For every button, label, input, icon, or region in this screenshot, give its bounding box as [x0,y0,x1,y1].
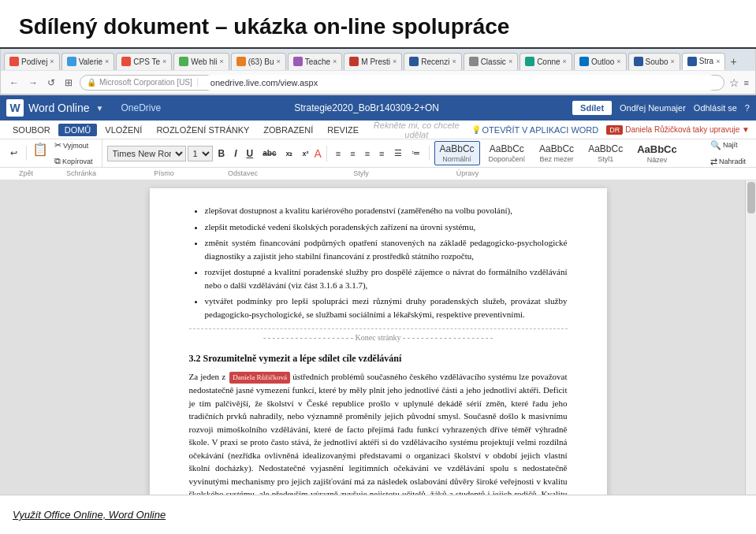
align-justify-button[interactable]: ≡ [375,146,388,161]
tab-cps[interactable]: CPS Te × [116,53,172,70]
cut-copy-group: ✂ Vyjmout ⧉ Kopírovat [50,139,97,168]
style-bez-mezer[interactable]: AaBbCc Bez mezer [534,141,579,165]
paste-icon: 📋 [32,142,48,157]
tab-close-icon[interactable]: × [563,57,567,65]
find-button[interactable]: 🔍 Najít [706,139,750,153]
align-left-button[interactable]: ≡ [332,146,344,161]
bottom-bar: Využít Office Online, Word Online [0,495,756,534]
word-dropdown-icon[interactable]: ▼ [96,104,104,113]
open-in-word[interactable]: OTEVŘÍT V APLIKACI WORD [482,125,599,135]
italic-button[interactable]: I [230,146,240,161]
tab-label: Classic [481,57,506,66]
tab-label: Valerie [79,57,102,66]
address-input[interactable] [203,75,717,91]
tab-close-icon[interactable]: × [333,57,337,65]
replace-icon: ⇄ [710,157,717,167]
browser-menu-icon[interactable]: ≡ [744,78,749,87]
strikethrough-button[interactable]: abc [259,147,280,159]
menu-rozlozeni[interactable]: ROZLOŽENÍ STRÁNKY [150,124,255,136]
menu-vlozeni[interactable]: VLOŽENÍ [99,124,148,136]
footer-text: Využít Office Online, Word Online [13,509,166,521]
align-right-button[interactable]: ≡ [361,146,374,161]
align-center-button[interactable]: ≡ [346,146,359,161]
style-styl1[interactable]: AaBbCc Styl1 [583,141,628,165]
word-ribbon: W Word Online ▼ OneDrive Strategie2020_B… [0,95,756,180]
user-name: Ondřej Neumajer [620,103,686,113]
tab-conne[interactable]: Conne × [520,53,572,70]
command-placeholder[interactable]: Řekněte mi, co chcete udělat [367,121,467,139]
undo-group: ↩ [6,146,27,161]
section-upravy: Úpravy [448,168,487,180]
tab-close-icon[interactable]: × [452,57,456,65]
menu-revize[interactable]: REVIZE [321,124,365,136]
menu-soubor[interactable]: SOUBOR [6,124,57,136]
tab-favicon [121,57,131,66]
forward-button[interactable]: → [26,76,40,90]
numbered-list-button[interactable]: ≔ [408,146,424,161]
tab-favicon [293,57,303,66]
tab-favicon [236,57,246,66]
refresh-button[interactable]: ↺ [45,76,58,90]
tab-label: Soubo [646,57,668,66]
help-button[interactable]: ? [745,103,750,113]
section-heading: 3.2 Srozumitelně vymezit a lépe sdílet c… [189,351,568,365]
onedrive-link[interactable]: OneDrive [121,102,161,113]
copy-button[interactable]: ⧉ Kopírovat [50,154,97,168]
tab-recenzi[interactable]: Recenzi × [404,53,461,70]
subscript-button[interactable]: x₂ [281,148,296,159]
tab-web[interactable]: Web hli × [173,53,229,70]
style-nazev[interactable]: AaBbCc Název [631,141,683,166]
tab-outlook[interactable]: Outloo × [574,53,627,70]
tab-stra-active[interactable]: Stra × [682,53,726,70]
tab-classic[interactable]: Classic × [464,53,519,70]
menu-domu[interactable]: DOMŮ [58,124,98,136]
document-scrollbar[interactable] [745,180,756,534]
tab-close-icon[interactable]: × [716,57,720,65]
bullet-list-button[interactable]: ☰ [390,146,406,161]
apps-button[interactable]: ⊞ [62,76,75,90]
tab-close-icon[interactable]: × [277,57,281,65]
tab-soubo[interactable]: Soubo × [628,53,680,70]
undo-button[interactable]: ↩ [6,146,21,161]
cut-button[interactable]: ✂ Vyjmout [50,139,92,153]
tab-close-icon[interactable]: × [393,57,397,65]
superscript-button[interactable]: x² [298,148,312,159]
tab-label: Conne [537,57,560,66]
menu-zobrazeni[interactable]: ZOBRAZENÍ [257,124,319,136]
tab-close-icon[interactable]: × [50,57,54,65]
tab-label: Stra [699,57,713,65]
document-page[interactable]: zlepšovat dostupnost a kvalitu kariérové… [150,188,607,534]
tab-close-icon[interactable]: × [219,57,223,65]
bullet-item-4: rozvíjet dostupné a kvalitní poradenské … [205,265,568,291]
paste-button[interactable]: 📋 Vložit [32,142,49,165]
tab-close-icon[interactable]: × [671,57,675,65]
tab-valerie[interactable]: Valerie × [61,53,115,70]
tab-close-icon[interactable]: × [616,57,620,65]
tab-presti[interactable]: M Presti × [344,53,402,70]
tab-teacher[interactable]: Teache × [288,53,343,70]
tab-label: M Presti [361,57,390,66]
underline-button[interactable]: U [243,146,258,161]
style-normal[interactable]: AaBbCc Normální [434,141,480,165]
font-size-select[interactable]: 12 [188,146,213,161]
style-doporuceni[interactable]: AaBbCc Doporučení [483,141,531,165]
section-schranka: Schránka [46,168,117,180]
tab-close-icon[interactable]: × [105,57,109,65]
word-titlebar: W Word Online ▼ OneDrive Strategie2020_B… [0,95,756,121]
back-button[interactable]: ← [7,76,21,90]
tab-close-icon[interactable]: × [508,57,512,65]
logout-link[interactable]: Odhlásit se [694,103,737,113]
tab-bu[interactable]: (63) Bu × [231,53,286,70]
bold-button[interactable]: B [214,146,229,161]
document-area: zlepšovat dostupnost a kvalitu kariérové… [0,180,756,534]
font-color-button[interactable]: A [315,147,322,160]
scroll-thumb[interactable] [747,182,755,213]
tab-favicon [9,57,19,66]
replace-button[interactable]: ⇄ Nahradit [706,154,750,169]
tab-podivej[interactable]: Podívej × [4,53,60,70]
share-button[interactable]: Sdílet [572,101,612,115]
font-family-select[interactable]: Times New Roman [107,146,186,161]
new-tab-button[interactable]: + [727,55,739,68]
bookmark-icon[interactable]: ☆ [729,76,739,89]
tab-close-icon[interactable]: × [162,57,166,65]
